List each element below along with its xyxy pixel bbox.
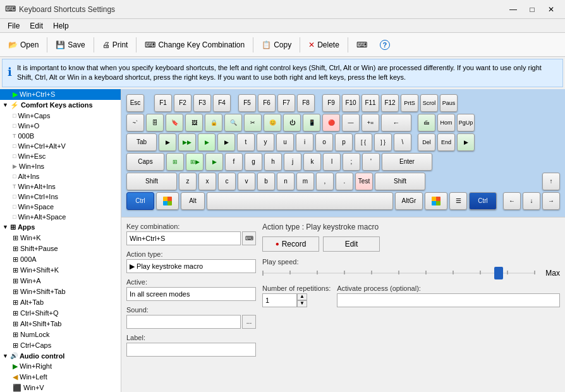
sound-input[interactable] xyxy=(126,315,241,329)
key-5[interactable]: 🔍 xyxy=(224,114,242,132)
key-d[interactable]: ▶ xyxy=(205,153,223,171)
key-f1[interactable]: F1 xyxy=(154,94,172,112)
print-button[interactable]: 🖨 Print xyxy=(97,35,134,54)
sidebar-item-shift-pause[interactable]: ⊞ Shift+Pause xyxy=(0,243,121,254)
key-caps[interactable]: Caps xyxy=(126,153,164,171)
sidebar-item-win-ins[interactable]: ▶ Win+Ins xyxy=(0,161,121,171)
key-i[interactable]: i xyxy=(296,133,313,151)
key-up[interactable]: ↑ xyxy=(542,173,560,190)
copy-button[interactable]: 📋 Copy xyxy=(256,35,297,54)
key-test[interactable]: Test xyxy=(355,173,373,190)
key-j[interactable]: j xyxy=(284,153,301,171)
key-3[interactable]: 🖼 xyxy=(185,114,203,132)
key-f[interactable]: f xyxy=(225,153,243,171)
key-scroll[interactable]: Scrol xyxy=(420,94,438,112)
key-ctrl-left[interactable]: Ctrl xyxy=(126,192,154,210)
key-win-right-key[interactable] xyxy=(425,192,447,210)
key-combination-btn[interactable]: ⌨ xyxy=(242,231,256,245)
key-semicolon[interactable]: ; xyxy=(343,153,360,171)
key-altgr[interactable]: AltGr xyxy=(395,192,423,210)
key-equals[interactable]: += xyxy=(361,114,379,132)
activate-process-select[interactable] xyxy=(337,293,560,307)
menu-help[interactable]: Help xyxy=(48,20,74,32)
edit-button[interactable]: Edit xyxy=(323,236,380,252)
key-pause[interactable]: Paus xyxy=(440,94,458,112)
key-right[interactable]: → xyxy=(542,192,560,210)
key-minus[interactable]: — xyxy=(342,114,360,132)
sidebar-item-win-a[interactable]: ⊞ Win+A xyxy=(0,276,121,286)
key-ctrl-right[interactable]: Ctrl xyxy=(469,192,497,210)
key-t[interactable]: t xyxy=(237,133,255,151)
sidebar-item-win-o[interactable]: □ Win+O xyxy=(0,121,121,131)
key-del[interactable]: Del xyxy=(418,133,435,151)
action-type-select[interactable]: ▶ Play keystroke macro Run application O… xyxy=(126,259,256,273)
key-l[interactable]: l xyxy=(323,153,341,171)
sidebar-item-win-ctrl-s[interactable]: ▶ Win+Ctrl+S xyxy=(0,89,121,100)
key-x[interactable]: x xyxy=(198,173,216,190)
key-c[interactable]: c xyxy=(218,173,236,190)
key-s[interactable]: ⊞▶ xyxy=(186,153,204,171)
sidebar-item-win-k[interactable]: ⊞ Win+K xyxy=(0,233,121,243)
sidebar-category-comfort[interactable]: ▼ ⚡ Comfort Keys actions xyxy=(0,100,121,111)
key-comma[interactable]: , xyxy=(316,173,334,190)
key-f12[interactable]: F12 xyxy=(381,94,399,112)
key-home[interactable]: 🖮 xyxy=(418,114,435,132)
key-f8[interactable]: F8 xyxy=(297,94,315,112)
key-o[interactable]: o xyxy=(315,133,333,151)
key-f9[interactable]: F9 xyxy=(322,94,340,112)
key-f5[interactable]: F5 xyxy=(238,94,256,112)
key-b[interactable]: b xyxy=(257,173,275,190)
key-left[interactable]: ← xyxy=(503,192,521,210)
key-f11[interactable]: F11 xyxy=(361,94,379,112)
key-a[interactable]: ⊞ xyxy=(166,153,184,171)
key-4[interactable]: 🔒 xyxy=(205,114,222,132)
sidebar-item-alt-tab[interactable]: ⊞ Alt+Tab xyxy=(0,297,121,308)
key-u[interactable]: u xyxy=(276,133,294,151)
key-pgdn[interactable]: ▶ xyxy=(457,133,475,151)
sidebar-item-win-alt-space[interactable]: □ Win+Alt+Space xyxy=(0,212,121,222)
key-2[interactable]: 🔖 xyxy=(166,114,183,132)
key-shift-left[interactable]: Shift xyxy=(126,173,177,190)
maximize-button[interactable]: □ xyxy=(523,3,541,16)
menu-file[interactable]: File xyxy=(3,20,25,32)
key-1[interactable]: 🗄 xyxy=(146,114,164,132)
sidebar-item-win-esc[interactable]: □ Win+Esc xyxy=(0,151,121,161)
key-p[interactable]: p xyxy=(335,133,353,151)
delete-button[interactable]: ✕ Delete xyxy=(303,35,345,54)
slider-thumb[interactable] xyxy=(494,267,503,279)
key-w[interactable]: ▶▶ xyxy=(178,133,196,151)
spinbox-up[interactable]: ▲ xyxy=(297,293,307,300)
key-v[interactable]: v xyxy=(238,173,255,190)
sidebar-item-numlock[interactable]: ⊞ NumLock xyxy=(0,329,121,340)
sidebar-item-win-ctrl-alt-v[interactable]: □ Win+Ctrl+Alt+V xyxy=(0,141,121,151)
key-lbracket[interactable]: [ { xyxy=(355,133,372,151)
key-f10[interactable]: F10 xyxy=(342,94,360,112)
key-pgup[interactable]: PgUp xyxy=(457,114,475,132)
minimize-button[interactable]: — xyxy=(504,3,522,16)
key-z[interactable]: z xyxy=(179,173,197,190)
key-g[interactable]: g xyxy=(245,153,262,171)
key-7[interactable]: 😊 xyxy=(264,114,281,132)
sidebar-item-000b[interactable]: T 000B xyxy=(0,131,121,141)
key-win-left[interactable] xyxy=(156,192,179,210)
key-quote[interactable]: ' xyxy=(362,153,380,171)
key-9[interactable]: 📱 xyxy=(303,114,320,132)
menu-edit[interactable]: Edit xyxy=(25,20,48,32)
repetitions-input[interactable] xyxy=(262,293,297,307)
key-backslash[interactable]: \ xyxy=(394,133,411,151)
key-e[interactable]: ▶ xyxy=(198,133,216,151)
sidebar-category-audio[interactable]: ▼ 🔊 Audio control xyxy=(0,351,121,361)
key-f7[interactable]: F7 xyxy=(277,94,295,112)
key-backspace[interactable]: ← xyxy=(381,114,411,132)
sidebar-item-ctrl-shift-q[interactable]: ⊞ Ctrl+Shift+Q xyxy=(0,308,121,319)
key-alt-left[interactable]: Alt xyxy=(181,192,205,210)
key-esc[interactable]: Esc xyxy=(126,94,144,112)
key-0[interactable]: 🔴 xyxy=(322,114,340,132)
key-enter[interactable]: Enter xyxy=(382,153,432,171)
active-select[interactable]: In all screen modes Only in active windo… xyxy=(126,287,256,301)
sidebar-item-alt-shift-tab[interactable]: ⊞ Alt+Shift+Tab xyxy=(0,319,121,329)
key-r[interactable]: ▶ xyxy=(217,133,235,151)
sidebar-item-win-caps[interactable]: □ Win+Caps xyxy=(0,111,121,121)
key-6[interactable]: ✂ xyxy=(244,114,262,132)
key-q[interactable]: ▶ xyxy=(159,133,176,151)
